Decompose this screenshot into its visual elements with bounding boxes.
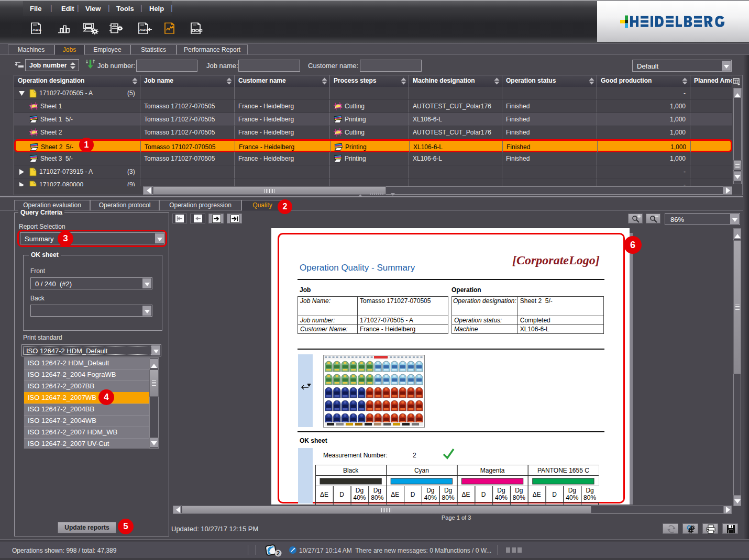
svg-text:Dg: Dg (586, 487, 593, 494)
svg-text:D: D (552, 491, 557, 498)
svg-text:80%: 80% (583, 494, 596, 501)
svg-text:PANTONE 1655 C: PANTONE 1655 C (537, 467, 589, 474)
svg-text:ΔE: ΔE (533, 491, 541, 498)
svg-text:40%: 40% (424, 494, 437, 501)
svg-text:40%: 40% (566, 494, 578, 501)
svg-text:ABC: ABC (32, 28, 41, 31)
svg-text:Black: Black (343, 467, 359, 474)
svg-text:D: D (339, 491, 344, 498)
svg-text:D: D (411, 491, 415, 498)
svg-text:Dg: Dg (444, 487, 452, 494)
svg-text:80%: 80% (371, 494, 383, 501)
svg-text:2: 2 (277, 550, 280, 556)
svg-text:Cyan: Cyan (414, 467, 429, 474)
svg-text:80%: 80% (442, 494, 455, 501)
svg-text:Dg: Dg (497, 487, 505, 494)
svg-text:ΔE: ΔE (320, 491, 328, 498)
svg-text:Dg: Dg (568, 487, 576, 494)
svg-text:80%: 80% (513, 494, 525, 501)
svg-text:ABC: ABC (139, 28, 148, 31)
svg-text:40%: 40% (495, 494, 508, 501)
svg-text:ΔE: ΔE (461, 491, 470, 498)
svg-text:Dg: Dg (373, 487, 381, 494)
svg-text:Magenta: Magenta (480, 467, 505, 474)
svg-text:Dg: Dg (426, 487, 434, 494)
svg-text:Dg: Dg (515, 487, 523, 494)
svg-text:ΔE: ΔE (391, 491, 399, 498)
svg-text:Dg: Dg (356, 487, 364, 494)
svg-text:D: D (481, 491, 486, 498)
svg-text:40%: 40% (353, 494, 366, 501)
